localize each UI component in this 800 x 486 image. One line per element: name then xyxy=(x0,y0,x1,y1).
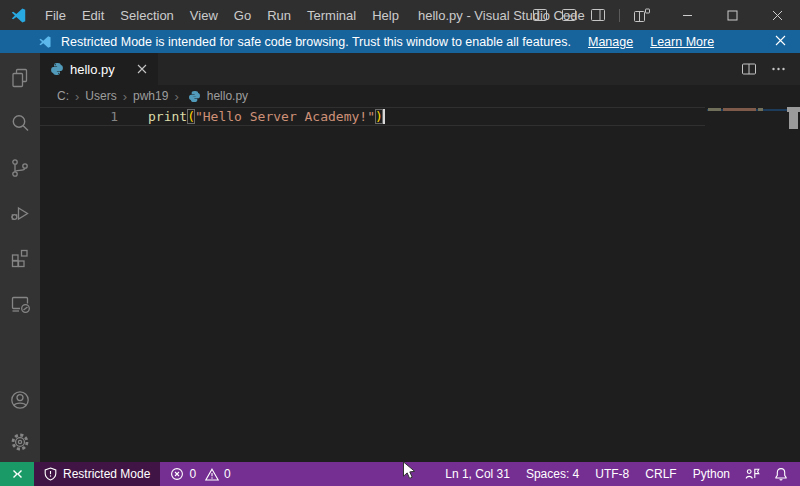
code-line-1: print("Hello Server Academy!") xyxy=(148,107,385,126)
breadcrumb-file[interactable]: hello.py xyxy=(207,89,248,103)
breadcrumb: C: › Users › pwh19 › hello.py xyxy=(40,85,800,107)
menu-terminal[interactable]: Terminal xyxy=(299,0,364,30)
activity-bar-bottom xyxy=(0,375,40,462)
menu-help[interactable]: Help xyxy=(364,0,407,30)
indentation-status[interactable]: Spaces: 4 xyxy=(518,462,587,486)
text-cursor xyxy=(383,109,385,124)
menu-bar: File Edit Selection View Go Run Terminal… xyxy=(37,0,407,30)
search-icon[interactable] xyxy=(0,100,40,145)
layout-controls-divider xyxy=(619,9,620,22)
vscode-banner-icon xyxy=(38,35,52,49)
toggle-secondary-sidebar-icon[interactable] xyxy=(590,8,606,22)
token-open-paren: ( xyxy=(187,109,195,124)
tab-close-icon[interactable] xyxy=(136,63,148,75)
explorer-icon[interactable] xyxy=(0,55,40,100)
accounts-icon[interactable] xyxy=(0,377,40,422)
tab-hello-py[interactable]: hello.py xyxy=(40,53,158,85)
restricted-mode-label: Restricted Mode xyxy=(63,467,150,481)
banner-message: Restricted Mode is intended for safe cod… xyxy=(61,35,571,49)
python-file-icon xyxy=(188,90,201,103)
feedback-icon[interactable] xyxy=(738,462,767,486)
chevron-right-icon: › xyxy=(172,89,180,104)
minimize-button[interactable] xyxy=(665,0,710,30)
editor-region: hello.py C: › Users › pwh19 › xyxy=(40,53,800,462)
token-close-paren: ) xyxy=(375,109,383,124)
chevron-right-icon: › xyxy=(73,89,81,104)
encoding-status[interactable]: UTF-8 xyxy=(587,462,637,486)
eol-status[interactable]: CRLF xyxy=(637,462,684,486)
toggle-panel-icon[interactable] xyxy=(561,8,577,22)
close-window-icon xyxy=(772,10,783,21)
code-editor[interactable]: 1 print("Hello Server Academy!") xyxy=(40,107,800,462)
menu-go[interactable]: Go xyxy=(226,0,259,30)
breadcrumb-drive[interactable]: C: xyxy=(57,89,69,103)
settings-gear-icon[interactable] xyxy=(0,422,40,462)
minimap[interactable] xyxy=(705,107,787,462)
maximize-icon xyxy=(727,10,738,21)
run-and-debug-icon[interactable] xyxy=(0,190,40,235)
more-actions-icon[interactable] xyxy=(771,62,786,76)
scrollbar-thumb[interactable] xyxy=(789,112,798,129)
customize-layout-icon[interactable] xyxy=(633,8,650,23)
breadcrumb-users[interactable]: Users xyxy=(85,89,116,103)
menu-file[interactable]: File xyxy=(37,0,74,30)
minimize-icon xyxy=(682,10,693,21)
extensions-icon[interactable] xyxy=(0,235,40,280)
restricted-mode-banner: Restricted Mode is intended for safe cod… xyxy=(0,30,800,53)
activity-bar xyxy=(0,53,40,462)
remote-explorer-icon[interactable] xyxy=(0,280,40,325)
toggle-sidebar-icon[interactable] xyxy=(532,8,548,22)
python-file-icon xyxy=(50,62,64,76)
source-control-icon[interactable] xyxy=(0,145,40,190)
maximize-button[interactable] xyxy=(710,0,755,30)
banner-close-button[interactable] xyxy=(774,34,787,47)
token-string: "Hello Server Academy!" xyxy=(195,109,375,124)
status-bar: Restricted Mode 0 0 Ln 1, Col 31 Spaces:… xyxy=(0,462,800,486)
restricted-mode-status[interactable]: Restricted Mode xyxy=(34,462,160,486)
cursor-position-status[interactable]: Ln 1, Col 31 xyxy=(437,462,518,486)
banner-learn-more-link[interactable]: Learn More xyxy=(650,35,714,49)
menu-selection[interactable]: Selection xyxy=(112,0,181,30)
line-number: 1 xyxy=(40,107,118,126)
tab-bar: hello.py xyxy=(40,53,800,85)
language-mode-status[interactable]: Python xyxy=(685,462,738,486)
tab-label: hello.py xyxy=(70,62,115,77)
status-bar-right: Ln 1, Col 31 Spaces: 4 UTF-8 CRLF Python xyxy=(437,462,800,486)
main-region: hello.py C: › Users › pwh19 › xyxy=(0,53,800,462)
problems-status[interactable]: 0 0 xyxy=(160,467,244,481)
warnings-count: 0 xyxy=(224,467,231,481)
close-icon xyxy=(774,34,787,47)
window-controls xyxy=(665,0,800,30)
breadcrumb-user-folder[interactable]: pwh19 xyxy=(133,89,168,103)
remote-indicator[interactable] xyxy=(0,462,34,486)
editor-actions xyxy=(741,53,800,85)
menu-view[interactable]: View xyxy=(182,0,226,30)
notifications-bell-icon[interactable] xyxy=(767,462,795,486)
title-bar: File Edit Selection View Go Run Terminal… xyxy=(0,0,800,30)
editor-scrollbar[interactable] xyxy=(787,107,800,462)
remote-icon xyxy=(11,468,24,480)
menu-edit[interactable]: Edit xyxy=(74,0,112,30)
errors-count: 0 xyxy=(189,467,196,481)
vscode-logo-icon xyxy=(10,7,27,24)
token-function: print xyxy=(148,109,187,124)
menu-run[interactable]: Run xyxy=(259,0,299,30)
layout-controls xyxy=(532,0,650,30)
errors-icon xyxy=(170,467,184,481)
chevron-right-icon: › xyxy=(121,89,129,104)
banner-manage-link[interactable]: Manage xyxy=(588,35,633,49)
split-editor-icon[interactable] xyxy=(741,62,757,76)
close-window-button[interactable] xyxy=(755,0,800,30)
warnings-icon xyxy=(205,468,219,481)
shield-icon xyxy=(44,467,57,481)
